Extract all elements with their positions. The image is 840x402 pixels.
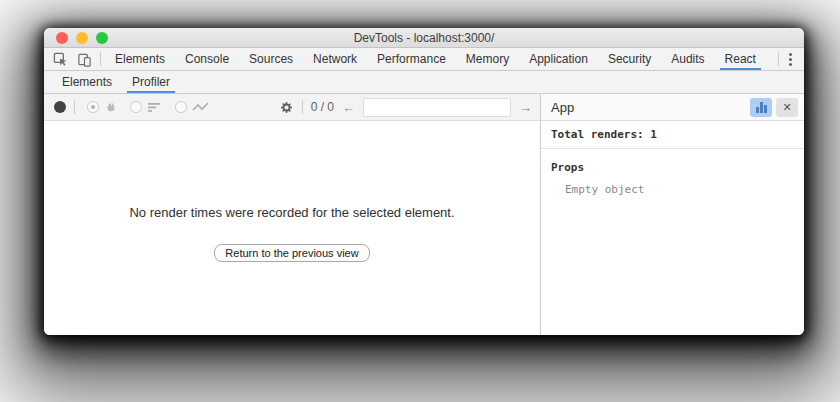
devtools-tab[interactable]: Console bbox=[175, 48, 239, 70]
flamegraph-icon bbox=[104, 100, 118, 114]
devtools-tab-label: Network bbox=[313, 52, 357, 66]
react-subtab[interactable]: Profiler bbox=[122, 71, 180, 93]
profiler-pane: 0 / 0 ← → No render times were recorded … bbox=[44, 94, 540, 335]
react-subtabbar: Elements Profiler bbox=[44, 71, 804, 94]
devtools-tab-label: Console bbox=[185, 52, 229, 66]
devtools-tab[interactable]: Elements bbox=[105, 48, 175, 70]
selected-component-name: App bbox=[551, 100, 574, 115]
devtools-tabs: Elements Console Sources Network bbox=[105, 48, 766, 70]
devtools-tab-label: Security bbox=[608, 52, 651, 66]
devtools-tab-label: Memory bbox=[466, 52, 509, 66]
devtools-tabbar: Elements Console Sources Network bbox=[44, 48, 804, 71]
chart-type-ranked[interactable] bbox=[130, 100, 163, 114]
snapshot-counter: 0 / 0 bbox=[311, 100, 334, 114]
tabbar-right bbox=[778, 48, 804, 70]
minimize-window-icon[interactable] bbox=[76, 32, 88, 44]
previous-snapshot-icon[interactable]: ← bbox=[342, 101, 355, 114]
divider bbox=[778, 52, 779, 66]
device-toolbar-icon[interactable] bbox=[77, 52, 92, 67]
flamegraph-radio[interactable] bbox=[87, 101, 99, 113]
profiler-toolbar: 0 / 0 ← → bbox=[44, 94, 540, 121]
traffic-lights bbox=[56, 28, 108, 47]
chart-type-flamegraph[interactable] bbox=[87, 100, 118, 114]
react-subtab[interactable]: Elements bbox=[52, 71, 122, 93]
details-header: App ✕ bbox=[541, 94, 804, 121]
devtools-tab[interactable]: React bbox=[715, 48, 766, 70]
devtools-tab[interactable]: Performance bbox=[367, 48, 456, 70]
devtools-tab-label: Audits bbox=[671, 52, 704, 66]
react-subtab-label: Profiler bbox=[132, 75, 170, 89]
interactions-icon bbox=[192, 100, 210, 114]
titlebar: DevTools - localhost:3000/ bbox=[44, 28, 804, 48]
screenshot-canvas: DevTools - localhost:3000/ bbox=[0, 0, 840, 402]
return-previous-view-button[interactable]: Return to the previous view bbox=[214, 244, 369, 262]
zoom-window-icon[interactable] bbox=[96, 32, 108, 44]
devtools-tab-label: React bbox=[725, 52, 756, 66]
next-snapshot-icon[interactable]: → bbox=[519, 101, 532, 114]
total-renders: Total renders: 1 bbox=[541, 121, 804, 149]
window-title: DevTools - localhost:3000/ bbox=[354, 31, 495, 45]
divider bbox=[74, 100, 75, 114]
interactions-radio[interactable] bbox=[175, 101, 187, 113]
close-window-icon[interactable] bbox=[56, 32, 68, 44]
snapshot-search-input[interactable] bbox=[363, 98, 511, 117]
react-subtab-label: Elements bbox=[62, 75, 112, 89]
empty-state-message: No render times were recorded for the se… bbox=[129, 205, 454, 220]
details-pane: App ✕ Total renders: 1 Props Empty objec… bbox=[541, 94, 804, 335]
chart-type-interactions[interactable] bbox=[175, 100, 210, 114]
devtools-tab-label: Sources bbox=[249, 52, 293, 66]
details-actions: ✕ bbox=[750, 98, 798, 117]
props-section-label: Props bbox=[541, 149, 804, 174]
devtools-tab[interactable]: Sources bbox=[239, 48, 303, 70]
bar-chart-icon bbox=[756, 102, 767, 113]
devtools-tab-label: Application bbox=[529, 52, 588, 66]
devtools-tab[interactable]: Application bbox=[519, 48, 598, 70]
devtools-window: DevTools - localhost:3000/ bbox=[44, 28, 804, 335]
more-options-icon[interactable] bbox=[787, 51, 794, 68]
divider bbox=[100, 52, 101, 66]
devtools-tab[interactable]: Memory bbox=[456, 48, 519, 70]
ranked-radio[interactable] bbox=[130, 101, 142, 113]
profiler-split: 0 / 0 ← → No render times were recorded … bbox=[44, 94, 804, 335]
devtools-tab[interactable]: Audits bbox=[661, 48, 714, 70]
props-value: Empty object bbox=[541, 174, 804, 196]
toggle-chart-button[interactable] bbox=[750, 98, 772, 117]
devtools-tab-label: Elements bbox=[115, 52, 165, 66]
tabbar-icons bbox=[44, 48, 100, 70]
devtools-tab[interactable]: Network bbox=[303, 48, 367, 70]
divider bbox=[302, 100, 303, 114]
inspect-element-icon[interactable] bbox=[53, 52, 68, 67]
devtools-tab-label: Performance bbox=[377, 52, 446, 66]
profiler-empty-state: No render times were recorded for the se… bbox=[44, 121, 540, 335]
gear-icon[interactable] bbox=[279, 100, 294, 115]
ranked-icon bbox=[147, 100, 163, 114]
record-icon[interactable] bbox=[54, 101, 66, 113]
devtools-tab[interactable]: Security bbox=[598, 48, 661, 70]
close-details-button[interactable]: ✕ bbox=[776, 98, 798, 117]
